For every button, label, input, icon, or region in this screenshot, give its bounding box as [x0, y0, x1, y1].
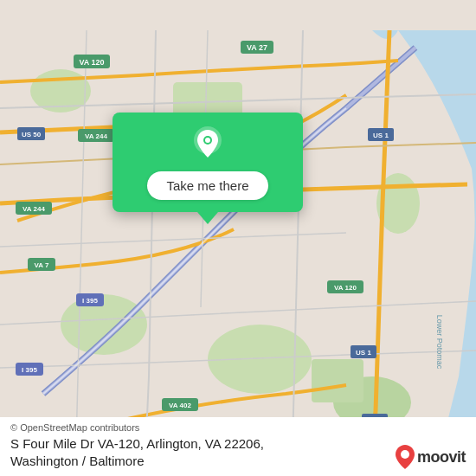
svg-point-38 [205, 138, 210, 143]
svg-text:I 395: I 395 [22, 366, 37, 374]
svg-text:US 1: US 1 [356, 349, 371, 357]
address-line2: Washington / Baltimore [10, 453, 145, 468]
svg-text:VA 120: VA 120 [79, 58, 104, 67]
svg-text:VA 244: VA 244 [23, 205, 45, 213]
svg-text:VA 7: VA 7 [35, 261, 49, 269]
copyright-symbol: © [10, 422, 17, 433]
svg-point-39 [401, 450, 409, 459]
svg-text:VA 27: VA 27 [247, 43, 267, 52]
svg-text:US 1: US 1 [373, 132, 389, 139]
svg-text:VA 120: VA 120 [334, 284, 357, 292]
location-popup: Take me there [113, 113, 303, 212]
moovit-pin-icon [396, 445, 415, 469]
svg-text:I 395: I 395 [82, 297, 98, 305]
moovit-brand-text: moovit [417, 448, 466, 466]
take-me-there-button[interactable]: Take me there [147, 171, 267, 200]
svg-rect-3 [173, 82, 242, 117]
svg-text:US 50: US 50 [22, 131, 42, 138]
svg-text:Lower Potomac: Lower Potomac [435, 315, 444, 370]
address-line1: S Four Mile Dr VA-120, Arlington, VA 222… [10, 436, 264, 451]
map-container: VA 120 VA 27 US 50 VA 244 VA 244 US 1 VA… [0, 0, 476, 476]
osm-attribution: © OpenStreetMap contributors [10, 422, 466, 433]
bottom-bar: © OpenStreetMap contributors S Four Mile… [0, 417, 476, 476]
svg-rect-5 [312, 359, 363, 402]
location-pin-icon [189, 125, 227, 163]
moovit-logo: moovit [396, 445, 466, 469]
svg-text:VA 244: VA 244 [85, 132, 107, 140]
address-line: S Four Mile Dr VA-120, Arlington, VA 222… [10, 435, 264, 469]
osm-contributors-text: OpenStreetMap contributors [20, 422, 139, 433]
svg-text:VA 402: VA 402 [169, 402, 191, 409]
